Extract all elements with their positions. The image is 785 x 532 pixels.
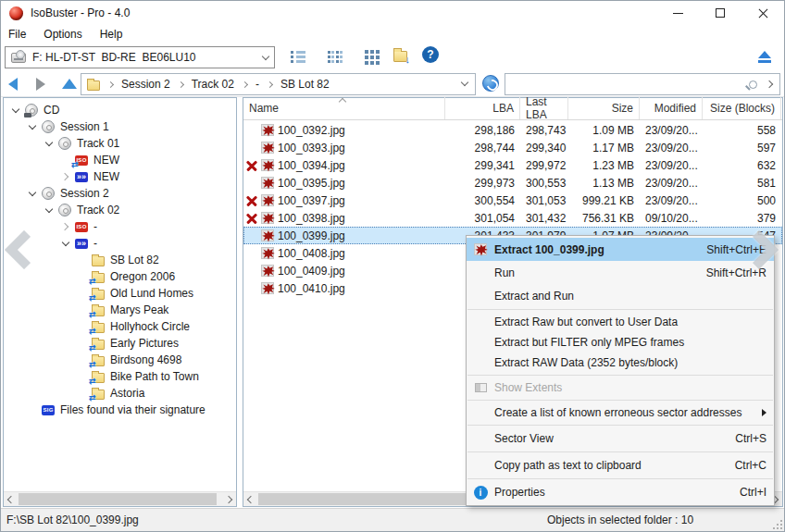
menu-item-label: Run: [494, 266, 695, 279]
tree-item-label: Bike Path to Town: [110, 370, 199, 383]
context-menu-item[interactable]: Extract but FILTER only MPEG frames: [467, 332, 774, 353]
file-size-blocks: 379: [703, 212, 781, 225]
expand-expander-icon[interactable]: [61, 222, 70, 231]
tree-item[interactable]: ⇄Birdsong 4698: [4, 352, 236, 368]
tree-item[interactable]: Session 1: [4, 118, 236, 135]
menu-help[interactable]: Help: [100, 26, 133, 43]
breadcrumb[interactable]: Session 2Track 02-SB Lot 82: [81, 73, 476, 95]
tree-item[interactable]: ⇄Old Lund Homes: [4, 285, 236, 302]
no-expander: [78, 289, 87, 298]
maximize-button[interactable]: [699, 1, 741, 25]
search-input[interactable]: [505, 75, 749, 93]
resize-grip[interactable]: [773, 520, 782, 529]
tree-item[interactable]: Track 02: [4, 202, 236, 218]
udf-icon: »»: [75, 239, 88, 249]
breadcrumb-segment[interactable]: SB Lot 82: [280, 78, 330, 91]
file-row[interactable]: 100_0398.jpg301,054301,432756.31 KB09/10…: [243, 209, 782, 227]
menu-separator: [467, 452, 773, 452]
column-header-lba[interactable]: LBA: [445, 97, 520, 119]
context-menu-item[interactable]: Extract RAW Data (2352 bytes/block): [467, 353, 774, 373]
extract-folder-icon[interactable]: [393, 51, 407, 62]
menu-file[interactable]: File: [8, 26, 36, 43]
forward-button[interactable]: [36, 78, 45, 91]
folder-sync-icon: ⇄: [92, 273, 105, 283]
tree-item[interactable]: ⇄Bike Path to Town: [4, 368, 236, 385]
file-last-lba: 301,053: [520, 194, 568, 207]
drive-selector[interactable]: F: HL-DT-ST BD-RE BE06LU10: [5, 46, 275, 68]
tree-item[interactable]: ⇄Early Pictures: [4, 335, 236, 352]
file-modified: 23/09/20...: [640, 159, 703, 172]
list-view-icon[interactable]: [290, 48, 306, 63]
column-header-name[interactable]: Name: [243, 97, 445, 119]
tree-item[interactable]: ⇄Oregon 2006: [4, 268, 236, 285]
detail-view-icon[interactable]: [327, 48, 343, 63]
chevron-right-icon[interactable]: [766, 80, 773, 88]
menu-options[interactable]: Options: [44, 26, 92, 43]
scroll-right-icon[interactable]: [225, 496, 232, 503]
collapse-expander-icon[interactable]: [61, 239, 70, 248]
context-menu-item[interactable]: Copy path as text to clipboardCtrl+C: [467, 454, 774, 476]
up-button[interactable]: [62, 79, 77, 89]
column-header-modified[interactable]: Modified: [640, 97, 703, 119]
refresh-icon[interactable]: [482, 75, 499, 92]
tree-item[interactable]: Session 2: [4, 185, 236, 202]
context-menu-item[interactable]: RunShift+Ctrl+R: [467, 261, 774, 284]
collapse-expander-icon[interactable]: [11, 105, 20, 115]
tree-item[interactable]: ⇄Marys Peak: [4, 302, 236, 318]
file-row[interactable]: 100_0395.jpg299,973300,5531.13 MB23/09/2…: [243, 174, 782, 192]
file-row[interactable]: 100_0394.jpg299,341299,9721.23 MB23/09/2…: [243, 156, 782, 174]
context-menu-item[interactable]: iPropertiesCtrl+I: [467, 481, 774, 503]
breadcrumb-segment[interactable]: Session 2: [121, 78, 170, 91]
no-expander: [78, 255, 87, 265]
tree-item[interactable]: SIGFiles found via their signature: [4, 402, 236, 418]
context-menu-item[interactable]: Create a list of known erroneous sector …: [467, 402, 774, 423]
tree-horizontal-scrollbar[interactable]: [4, 491, 236, 506]
menu-item-label: Extract but FILTER only MPEG frames: [494, 336, 766, 349]
back-button[interactable]: [8, 78, 18, 91]
collapse-expander-icon[interactable]: [28, 122, 37, 131]
tree-item[interactable]: »»NEW: [4, 168, 236, 185]
minimize-button[interactable]: [656, 1, 699, 25]
scroll-left-icon[interactable]: [7, 496, 15, 503]
tree-item[interactable]: ⇄Hollyhock Circle: [4, 318, 236, 335]
expand-expander-icon[interactable]: [61, 172, 70, 181]
column-header-size-blocks[interactable]: Size (Blocks): [703, 97, 781, 119]
tree-item[interactable]: ISO-: [4, 218, 236, 235]
context-menu-item[interactable]: Extract and Run: [467, 284, 774, 307]
eject-icon[interactable]: [758, 51, 771, 58]
scroll-left-icon[interactable]: [247, 496, 255, 503]
collapse-expander-icon[interactable]: [44, 139, 54, 148]
tree-item-label: -: [93, 220, 97, 233]
context-menu-item[interactable]: Extract Raw but convert to User Data: [467, 312, 774, 332]
tree-item-label: SB Lot 82: [110, 254, 159, 266]
collapse-expander-icon[interactable]: [28, 189, 37, 198]
tree-item[interactable]: ISO⇄NEW: [4, 152, 236, 168]
jpg-icon: [261, 229, 274, 241]
grid-view-icon[interactable]: [364, 48, 380, 63]
drive-selector-value: F: HL-DT-ST BD-RE BE06LU10: [32, 51, 263, 64]
search-icon[interactable]: [749, 80, 757, 89]
chevron-down-icon[interactable]: [461, 79, 468, 86]
column-header-size[interactable]: Size: [568, 97, 640, 119]
file-lba: 299,341: [445, 159, 520, 172]
scrollbar-thumb[interactable]: [19, 493, 217, 505]
file-row[interactable]: 100_0393.jpg298,744299,3401.17 MB23/09/2…: [243, 139, 782, 156]
tree-item[interactable]: ⇄Astoria: [4, 385, 236, 402]
tree-item[interactable]: Track 01: [4, 135, 236, 152]
breadcrumb-segment[interactable]: Track 02: [192, 78, 234, 91]
jpg-icon: [261, 212, 274, 224]
breadcrumb-segment[interactable]: -: [255, 78, 259, 91]
file-modified: 23/09/20...: [640, 194, 703, 207]
menu-separator: [467, 309, 773, 310]
tree-item[interactable]: CD: [4, 102, 236, 118]
file-row[interactable]: 100_0397.jpg300,554301,053999.21 KB23/09…: [243, 192, 782, 209]
close-button[interactable]: [741, 1, 784, 25]
file-size: 756.31 KB: [568, 212, 640, 225]
context-menu-item[interactable]: Sector ViewCtrl+S: [467, 427, 774, 450]
column-header-last-lba[interactable]: Last LBA: [520, 97, 568, 119]
file-row[interactable]: 100_0392.jpg298,186298,7431.09 MB23/09/2…: [243, 121, 782, 139]
disc-icon: [58, 204, 71, 217]
context-menu-item[interactable]: Extract 100_0399.jpgShift+Ctrl+E: [467, 238, 774, 261]
collapse-expander-icon[interactable]: [44, 205, 54, 215]
help-icon[interactable]: ?: [422, 46, 439, 63]
